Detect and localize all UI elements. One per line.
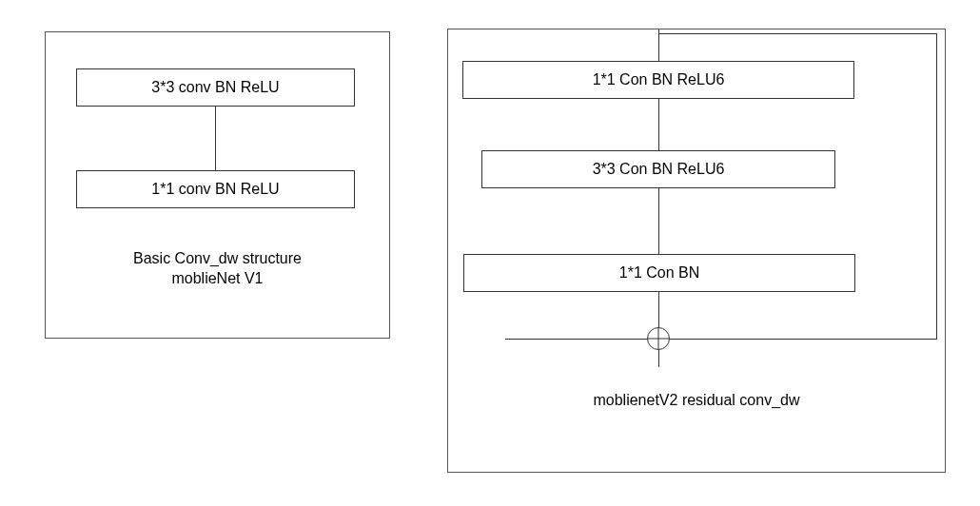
connector-v2-2	[658, 188, 659, 255]
block-label: 1*1 Con BN	[619, 264, 700, 282]
connector-v1-mid	[215, 107, 216, 171]
block-1x1-conv: 1*1 conv BN ReLU	[76, 170, 355, 208]
block-label: 1*1 conv BN ReLU	[151, 181, 279, 198]
skip-right-v	[936, 33, 937, 339]
connector-v2-3	[658, 292, 659, 328]
add-icon	[647, 327, 670, 350]
block-3x3-conv: 3*3 conv BN ReLU	[76, 68, 355, 107]
caption-line: Basic Conv_dw structure	[46, 249, 389, 269]
block-1x1-conv-relu6: 1*1 Con BN ReLU6	[462, 61, 854, 99]
skip-top-h	[658, 33, 937, 34]
block-label: 3*3 conv BN ReLU	[151, 79, 279, 96]
caption-v1: Basic Conv_dw structure moblieNet V1	[46, 249, 389, 289]
block-label: 1*1 Con BN ReLU6	[593, 71, 725, 88]
block-1x1-conv-bn: 1*1 Con BN	[463, 254, 855, 292]
caption-line: moblieNet V1	[46, 269, 389, 289]
plus-extended-h	[505, 339, 647, 340]
panel-mobilenet-v1: 3*3 conv BN ReLU 1*1 conv BN ReLU Basic …	[45, 31, 390, 339]
panel-mobilenet-v2: 1*1 Con BN ReLU6 3*3 Con BN ReLU6 1*1 Co…	[447, 29, 946, 473]
block-label: 3*3 Con BN ReLU6	[593, 161, 725, 178]
block-3x3-conv-relu6: 3*3 Con BN ReLU6	[481, 150, 835, 188]
connector-below-plus	[658, 350, 659, 367]
connector-v2-1	[658, 99, 659, 151]
skip-bottom-h	[670, 339, 937, 340]
caption-v2: moblienetV2 residual conv_dw	[448, 391, 945, 411]
